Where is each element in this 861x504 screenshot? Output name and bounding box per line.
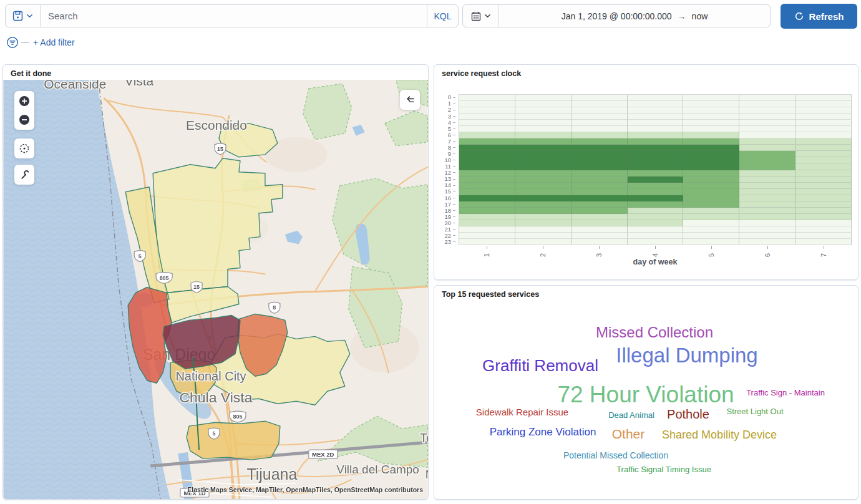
heatmap-cell[interactable] (572, 233, 628, 239)
heatmap-cell[interactable] (739, 170, 795, 177)
search-input[interactable] (41, 5, 427, 27)
heatmap-cell[interactable] (739, 177, 795, 183)
heatmap-cell[interactable] (739, 95, 795, 101)
heatmap-cell[interactable] (739, 239, 795, 245)
heatmap-cell[interactable] (572, 208, 628, 214)
heatmap-cell[interactable] (795, 151, 852, 157)
heatmap-cell[interactable] (628, 126, 684, 132)
heatmap-cell[interactable] (739, 114, 795, 120)
tagcloud-word[interactable]: Traffic Sign - Maintain (746, 389, 825, 397)
heatmap-cell[interactable] (683, 145, 739, 151)
heatmap-cell[interactable] (515, 101, 572, 107)
heatmap-cell[interactable] (515, 195, 572, 201)
collapse-legend-button[interactable] (400, 90, 420, 110)
heatmap-cell[interactable] (739, 107, 795, 114)
map-region-san-ysidro[interactable] (187, 421, 280, 460)
heatmap-cell[interactable] (515, 170, 572, 177)
heatmap-cell[interactable] (683, 183, 739, 189)
heatmap-cell[interactable] (683, 157, 739, 163)
heatmap-cell[interactable] (572, 151, 628, 157)
heatmap-cell[interactable] (739, 233, 795, 239)
heatmap-cell[interactable] (628, 233, 684, 239)
heatmap-cell[interactable] (795, 233, 852, 239)
heatmap-cell[interactable] (739, 101, 795, 107)
heatmap-cell[interactable] (572, 157, 628, 163)
heatmap-cell[interactable] (739, 157, 795, 163)
heatmap-cell[interactable] (795, 101, 852, 107)
heatmap-cell[interactable] (683, 170, 739, 177)
heatmap-cell[interactable] (459, 95, 515, 101)
heatmap-cell[interactable] (459, 151, 515, 157)
tagcloud-word[interactable]: Illegal Dumping (616, 345, 757, 366)
saved-query-button[interactable] (6, 5, 41, 27)
heatmap-cell[interactable] (628, 201, 684, 208)
tagcloud-word[interactable]: Sidewalk Repair Issue (476, 407, 568, 417)
heatmap-cell[interactable] (795, 214, 852, 220)
heatmap-cell[interactable] (572, 170, 628, 177)
heatmap-cell[interactable] (683, 126, 739, 132)
heatmap-cell[interactable] (515, 132, 572, 138)
heatmap-cell[interactable] (795, 201, 852, 208)
heatmap-cell[interactable] (459, 239, 515, 245)
heatmap-cell[interactable] (795, 220, 852, 226)
heatmap-cell[interactable] (515, 95, 572, 101)
heatmap-cell[interactable] (628, 101, 684, 107)
heatmap-cell[interactable] (683, 114, 739, 120)
heatmap-cell[interactable] (515, 233, 572, 239)
heatmap-cell[interactable] (628, 157, 684, 163)
heatmap-cell[interactable] (459, 214, 515, 220)
heatmap-cell[interactable] (739, 126, 795, 132)
zoom-out-button[interactable] (14, 110, 34, 130)
heatmap-cell[interactable] (515, 107, 572, 114)
heatmap-cell[interactable] (739, 163, 795, 170)
add-filter-button[interactable]: + Add filter (33, 37, 75, 47)
heatmap-cell[interactable] (795, 145, 852, 151)
heatmap-cell[interactable] (683, 132, 739, 138)
heatmap-cell[interactable] (795, 107, 852, 114)
heatmap-cell[interactable] (572, 189, 628, 195)
heatmap-cell[interactable] (459, 120, 515, 126)
heatmap-cell[interactable] (515, 220, 572, 226)
heatmap-cell[interactable] (459, 233, 515, 239)
zoom-in-button[interactable] (14, 91, 34, 111)
heatmap-cell[interactable] (795, 114, 852, 120)
heatmap-cell[interactable] (515, 114, 572, 120)
heatmap-cell[interactable] (515, 226, 572, 233)
heatmap-cell[interactable] (739, 220, 795, 226)
heatmap-cell[interactable] (572, 126, 628, 132)
heatmap-cell[interactable] (459, 195, 515, 201)
map-canvas[interactable]: San Diego OceansideVistaE (3, 80, 428, 500)
heatmap-cell[interactable] (515, 163, 572, 170)
heatmap-cell[interactable] (628, 214, 684, 220)
heatmap-cell[interactable] (572, 201, 628, 208)
query-language-button[interactable]: KQL (427, 5, 458, 27)
heatmap-cell[interactable] (628, 208, 684, 214)
heatmap-cell[interactable] (459, 101, 515, 107)
heatmap-cell[interactable] (572, 101, 628, 107)
heatmap-cell[interactable] (572, 195, 628, 201)
heatmap-cell[interactable] (628, 189, 684, 195)
locate-button[interactable] (14, 138, 34, 158)
heatmap-cell[interactable] (572, 214, 628, 220)
heatmap-cell[interactable] (683, 226, 739, 233)
heatmap-cell[interactable] (683, 233, 739, 239)
heatmap-cell[interactable] (628, 177, 684, 183)
heatmap-cell[interactable] (795, 177, 852, 183)
date-picker-calendar-button[interactable] (463, 5, 499, 27)
heatmap-cell[interactable] (459, 208, 515, 214)
heatmap-cell[interactable] (572, 120, 628, 126)
heatmap-cell[interactable] (795, 126, 852, 132)
heatmap-cell[interactable] (459, 201, 515, 208)
heatmap-cell[interactable] (515, 157, 572, 163)
heatmap-cell[interactable] (683, 120, 739, 126)
heatmap-cell[interactable] (683, 138, 739, 145)
heatmap-cell[interactable] (628, 120, 684, 126)
heatmap-cell[interactable] (515, 120, 572, 126)
heatmap-cell[interactable] (515, 183, 572, 189)
heatmap-cell[interactable] (628, 183, 684, 189)
heatmap-cell[interactable] (572, 114, 628, 120)
date-range[interactable]: Jan 1, 2019 @ 00:00:00.000 → now (499, 5, 770, 27)
heatmap-cell[interactable] (459, 226, 515, 233)
heatmap-cell[interactable] (515, 145, 572, 151)
heatmap-cell[interactable] (628, 138, 684, 145)
